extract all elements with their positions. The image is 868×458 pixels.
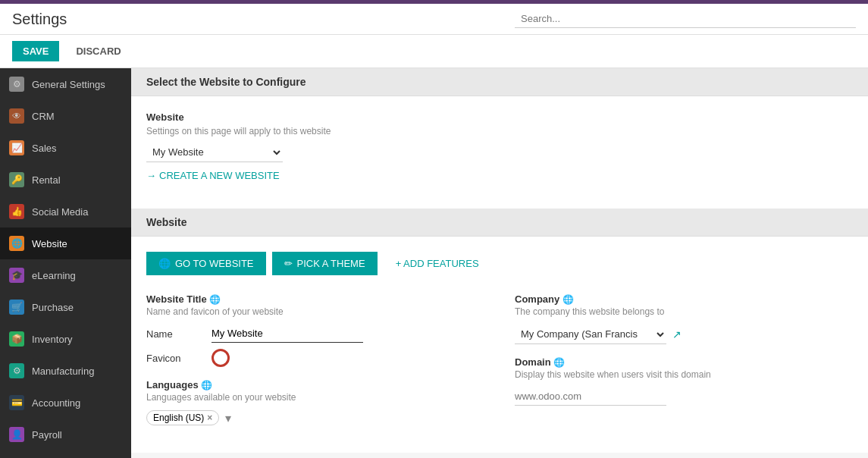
rental-icon: 🔑 bbox=[9, 172, 24, 187]
save-button[interactable]: SAVE bbox=[12, 41, 59, 61]
search-container bbox=[515, 10, 856, 28]
domain-globe-icon: 🌐 bbox=[554, 357, 565, 368]
general-settings-icon: ⚙ bbox=[9, 77, 24, 92]
section1-header: Select the Website to Configure bbox=[131, 68, 868, 96]
languages-globe-icon: 🌐 bbox=[202, 380, 212, 391]
discard-button[interactable]: DISCARD bbox=[65, 41, 131, 61]
accounting-icon: 💳 bbox=[9, 395, 24, 410]
col-right: Company 🌐 The company this website belon… bbox=[515, 293, 853, 438]
company-title: Company 🌐 bbox=[515, 293, 853, 305]
favicon-field-row: Favicon bbox=[146, 349, 484, 367]
language-add-button[interactable]: ▾ bbox=[225, 411, 231, 425]
sales-icon: 📈 bbox=[9, 140, 24, 155]
sidebar-item-label-sales: Sales bbox=[32, 143, 57, 154]
social-media-icon: 👍 bbox=[9, 204, 24, 219]
section1-body: Website Settings on this page will apply… bbox=[131, 96, 868, 209]
sidebar-item-label-payroll: Payroll bbox=[32, 429, 62, 441]
sidebar-item-accounting[interactable]: 💳Accounting bbox=[0, 387, 131, 419]
sidebar-item-label-social-media: Social Media bbox=[32, 206, 88, 218]
domain-label: Domain bbox=[515, 356, 551, 368]
features-label: + ADD FEATURES bbox=[396, 258, 479, 269]
website-config-desc: Settings on this page will apply to this… bbox=[146, 126, 853, 136]
inventory-icon: 📦 bbox=[9, 331, 24, 347]
search-input[interactable] bbox=[515, 10, 856, 28]
sidebar-item-website[interactable]: 🌐Website bbox=[0, 227, 131, 259]
language-tag-label: English (US) bbox=[153, 413, 204, 423]
sidebar-item-label-crm: CRM bbox=[32, 111, 55, 122]
company-external-link[interactable]: ↗ bbox=[672, 328, 682, 340]
website-title-desc: Name and favicon of your website bbox=[146, 306, 484, 317]
goto-website-button[interactable]: 🌐 GO TO WEBSITE bbox=[146, 252, 266, 275]
create-website-label: CREATE A NEW WEBSITE bbox=[159, 170, 280, 181]
language-tag: English (US) × bbox=[146, 410, 219, 425]
sidebar-item-general-settings[interactable]: ⚙General Settings bbox=[0, 68, 131, 100]
sidebar-item-label-manufacturing: Manufacturing bbox=[32, 365, 94, 377]
website-title-group: Website Title 🌐 Name and favicon of your… bbox=[146, 293, 484, 367]
col-left: Website Title 🌐 Name and favicon of your… bbox=[146, 293, 484, 438]
company-select-container: My Company (San Francis ↗ bbox=[515, 325, 853, 344]
sidebar-item-label-website: Website bbox=[32, 238, 67, 249]
sidebar-item-crm[interactable]: 👁CRM bbox=[0, 100, 131, 132]
languages-desc: Languages available on your website bbox=[146, 392, 484, 403]
sidebar-item-social-media[interactable]: 👍Social Media bbox=[0, 196, 131, 227]
sidebar-item-elearning[interactable]: 🎓eLearning bbox=[0, 259, 131, 291]
main-content: Select the Website to Configure Website … bbox=[131, 68, 868, 458]
name-field-row: Name bbox=[146, 325, 484, 343]
website-dropdown[interactable]: My Website bbox=[146, 143, 283, 162]
sidebar-item-label-elearning: eLearning bbox=[32, 270, 76, 281]
domain-input[interactable] bbox=[515, 387, 666, 406]
name-label: Name bbox=[146, 328, 199, 340]
company-dropdown[interactable]: My Company (San Francis bbox=[515, 325, 666, 344]
crm-icon: 👁 bbox=[9, 108, 24, 124]
sidebar-item-payroll[interactable]: 👤Payroll bbox=[0, 419, 131, 450]
languages-group: Languages 🌐 Languages available on your … bbox=[146, 379, 484, 425]
sidebar-item-inventory[interactable]: 📦Inventory bbox=[0, 323, 131, 355]
language-remove-button[interactable]: × bbox=[207, 413, 212, 423]
elearning-icon: 🎓 bbox=[9, 268, 24, 283]
sidebar-item-manufacturing[interactable]: ⚙Manufacturing bbox=[0, 355, 131, 387]
create-website-link[interactable]: → CREATE A NEW WEBSITE bbox=[146, 170, 853, 181]
favicon-label: Favicon bbox=[146, 353, 199, 364]
toolbar: SAVE DISCARD bbox=[0, 35, 868, 68]
sidebar-item-label-accounting: Accounting bbox=[32, 397, 80, 409]
section2-body: 🌐 GO TO WEBSITE ✏ PICK A THEME + ADD FEA… bbox=[131, 237, 868, 453]
add-features-button[interactable]: + ADD FEATURES bbox=[384, 252, 491, 275]
sidebar: ⚙General Settings👁CRM📈Sales🔑Rental👍Socia… bbox=[0, 68, 131, 458]
purchase-icon: 🛒 bbox=[9, 300, 24, 315]
pick-theme-button[interactable]: ✏ PICK A THEME bbox=[272, 252, 378, 275]
theme-label: PICK A THEME bbox=[297, 258, 365, 269]
main-layout: ⚙General Settings👁CRM📈Sales🔑Rental👍Socia… bbox=[0, 68, 868, 458]
sidebar-item-rental[interactable]: 🔑Rental bbox=[0, 164, 131, 196]
website-title-text: Website Title bbox=[146, 293, 207, 305]
sidebar-item-purchase[interactable]: 🛒Purchase bbox=[0, 291, 131, 323]
website-title-label: Website Title 🌐 bbox=[146, 293, 484, 305]
domain-title: Domain 🌐 bbox=[515, 356, 853, 368]
section2-header: Website bbox=[131, 209, 868, 237]
website-config-group: Website Settings on this page will apply… bbox=[146, 111, 853, 181]
sidebar-item-label-inventory: Inventory bbox=[32, 334, 72, 345]
goto-label: GO TO WEBSITE bbox=[175, 258, 254, 269]
two-col-layout: Website Title 🌐 Name and favicon of your… bbox=[146, 293, 853, 438]
languages-text: Languages bbox=[146, 379, 199, 391]
website-config-label: Website bbox=[146, 111, 853, 123]
company-desc: The company this website belongs to bbox=[515, 306, 853, 317]
sidebar-item-sales[interactable]: 📈Sales bbox=[0, 132, 131, 164]
company-group: Company 🌐 The company this website belon… bbox=[515, 293, 853, 344]
name-input[interactable] bbox=[212, 325, 363, 343]
favicon-preview[interactable] bbox=[212, 349, 230, 367]
header: Settings bbox=[0, 4, 868, 35]
create-arrow: → bbox=[146, 170, 156, 181]
website-icon: 🌐 bbox=[9, 236, 24, 251]
page-title: Settings bbox=[12, 11, 67, 28]
sidebar-item-label-rental: Rental bbox=[32, 174, 61, 186]
theme-icon: ✏ bbox=[284, 258, 293, 269]
company-label: Company bbox=[515, 293, 559, 305]
languages-label: Languages 🌐 bbox=[146, 379, 484, 391]
manufacturing-icon: ⚙ bbox=[9, 363, 24, 378]
payroll-icon: 👤 bbox=[9, 427, 24, 442]
website-select-row: My Website bbox=[146, 143, 853, 162]
goto-icon: 🌐 bbox=[158, 258, 171, 269]
domain-group: Domain 🌐 Display this website when users… bbox=[515, 356, 853, 406]
action-buttons: 🌐 GO TO WEBSITE ✏ PICK A THEME + ADD FEA… bbox=[146, 252, 853, 275]
website-title-globe-icon: 🌐 bbox=[210, 294, 221, 305]
